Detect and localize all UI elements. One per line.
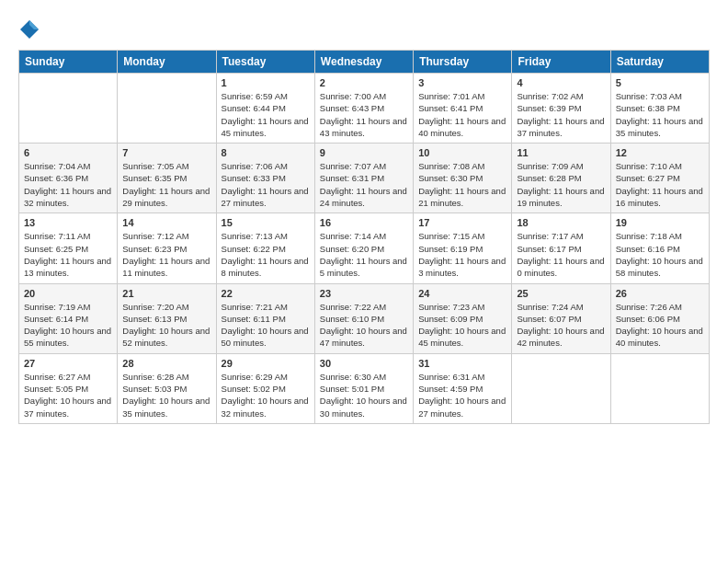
- day-detail: Sunrise: 7:18 AM Sunset: 6:16 PM Dayligh…: [616, 230, 704, 279]
- day-number: 16: [320, 217, 408, 228]
- day-detail: Sunrise: 7:01 AM Sunset: 6:41 PM Dayligh…: [418, 90, 506, 139]
- day-number: 31: [418, 358, 506, 369]
- day-detail: Sunrise: 7:09 AM Sunset: 6:28 PM Dayligh…: [517, 160, 605, 209]
- day-detail: Sunrise: 7:15 AM Sunset: 6:19 PM Dayligh…: [418, 230, 506, 279]
- day-detail: Sunrise: 7:02 AM Sunset: 6:39 PM Dayligh…: [517, 90, 605, 139]
- day-detail: Sunrise: 7:00 AM Sunset: 6:43 PM Dayligh…: [320, 90, 408, 139]
- calendar-cell: 8Sunrise: 7:06 AM Sunset: 6:33 PM Daylig…: [216, 144, 314, 213]
- day-number: 19: [616, 217, 704, 228]
- calendar-cell: 20Sunrise: 7:19 AM Sunset: 6:14 PM Dayli…: [19, 283, 118, 353]
- calendar-header-monday: Monday: [118, 51, 216, 74]
- logo-icon: [18, 18, 40, 40]
- header: [18, 18, 710, 40]
- calendar-cell: 25Sunrise: 7:24 AM Sunset: 6:07 PM Dayli…: [512, 283, 610, 353]
- calendar-cell: [19, 74, 118, 144]
- calendar-cell: 18Sunrise: 7:17 AM Sunset: 6:17 PM Dayli…: [512, 213, 610, 283]
- day-detail: Sunrise: 7:24 AM Sunset: 6:07 PM Dayligh…: [517, 301, 605, 350]
- logo: [18, 18, 44, 40]
- calendar-cell: 24Sunrise: 7:23 AM Sunset: 6:09 PM Dayli…: [414, 283, 512, 353]
- calendar-cell: 30Sunrise: 6:30 AM Sunset: 5:01 PM Dayli…: [314, 353, 413, 423]
- day-detail: Sunrise: 6:30 AM Sunset: 5:01 PM Dayligh…: [320, 371, 408, 419]
- calendar-cell: [610, 353, 709, 423]
- calendar-cell: 22Sunrise: 7:21 AM Sunset: 6:11 PM Dayli…: [216, 283, 314, 353]
- calendar: SundayMondayTuesdayWednesdayThursdayFrid…: [18, 50, 710, 424]
- day-number: 20: [24, 288, 112, 299]
- calendar-cell: 31Sunrise: 6:31 AM Sunset: 4:59 PM Dayli…: [414, 353, 512, 423]
- day-number: 2: [320, 77, 408, 88]
- calendar-cell: 16Sunrise: 7:14 AM Sunset: 6:20 PM Dayli…: [314, 213, 413, 283]
- day-detail: Sunrise: 7:19 AM Sunset: 6:14 PM Dayligh…: [24, 301, 112, 350]
- day-detail: Sunrise: 7:03 AM Sunset: 6:38 PM Dayligh…: [616, 90, 704, 139]
- day-number: 23: [320, 288, 408, 299]
- day-detail: Sunrise: 7:17 AM Sunset: 6:17 PM Dayligh…: [517, 230, 605, 279]
- calendar-week-3: 13Sunrise: 7:11 AM Sunset: 6:25 PM Dayli…: [19, 213, 710, 283]
- day-number: 5: [616, 77, 704, 88]
- calendar-header-row: SundayMondayTuesdayWednesdayThursdayFrid…: [19, 51, 710, 74]
- calendar-cell: 23Sunrise: 7:22 AM Sunset: 6:10 PM Dayli…: [314, 283, 413, 353]
- calendar-week-4: 20Sunrise: 7:19 AM Sunset: 6:14 PM Dayli…: [19, 283, 710, 353]
- day-number: 6: [24, 147, 112, 158]
- calendar-cell: 21Sunrise: 7:20 AM Sunset: 6:13 PM Dayli…: [118, 283, 216, 353]
- day-detail: Sunrise: 7:10 AM Sunset: 6:27 PM Dayligh…: [616, 160, 704, 209]
- day-number: 12: [616, 147, 704, 158]
- calendar-week-2: 6Sunrise: 7:04 AM Sunset: 6:36 PM Daylig…: [19, 144, 710, 213]
- calendar-cell: 9Sunrise: 7:07 AM Sunset: 6:31 PM Daylig…: [314, 144, 413, 213]
- calendar-cell: 13Sunrise: 7:11 AM Sunset: 6:25 PM Dayli…: [19, 213, 118, 283]
- day-number: 8: [222, 147, 310, 158]
- day-detail: Sunrise: 7:06 AM Sunset: 6:33 PM Dayligh…: [222, 160, 310, 209]
- day-number: 26: [616, 288, 704, 299]
- day-number: 28: [122, 358, 210, 369]
- calendar-cell: 29Sunrise: 6:29 AM Sunset: 5:02 PM Dayli…: [216, 353, 314, 423]
- calendar-header-sunday: Sunday: [19, 51, 118, 74]
- calendar-cell: 7Sunrise: 7:05 AM Sunset: 6:35 PM Daylig…: [118, 144, 216, 213]
- calendar-header-wednesday: Wednesday: [314, 51, 413, 74]
- day-detail: Sunrise: 7:04 AM Sunset: 6:36 PM Dayligh…: [24, 160, 112, 209]
- calendar-header-saturday: Saturday: [610, 51, 709, 74]
- day-number: 15: [222, 217, 310, 228]
- calendar-cell: 1Sunrise: 6:59 AM Sunset: 6:44 PM Daylig…: [216, 74, 314, 144]
- day-detail: Sunrise: 7:08 AM Sunset: 6:30 PM Dayligh…: [418, 160, 506, 209]
- calendar-cell: 15Sunrise: 7:13 AM Sunset: 6:22 PM Dayli…: [216, 213, 314, 283]
- day-number: 1: [222, 77, 310, 88]
- calendar-header-friday: Friday: [512, 51, 610, 74]
- day-detail: Sunrise: 6:28 AM Sunset: 5:03 PM Dayligh…: [122, 371, 210, 419]
- day-number: 24: [418, 288, 506, 299]
- calendar-cell: 17Sunrise: 7:15 AM Sunset: 6:19 PM Dayli…: [414, 213, 512, 283]
- day-number: 17: [418, 217, 506, 228]
- calendar-cell: 11Sunrise: 7:09 AM Sunset: 6:28 PM Dayli…: [512, 144, 610, 213]
- calendar-cell: 4Sunrise: 7:02 AM Sunset: 6:39 PM Daylig…: [512, 74, 610, 144]
- day-number: 30: [320, 358, 408, 369]
- day-detail: Sunrise: 6:29 AM Sunset: 5:02 PM Dayligh…: [222, 371, 310, 419]
- calendar-week-5: 27Sunrise: 6:27 AM Sunset: 5:05 PM Dayli…: [19, 353, 710, 423]
- day-detail: Sunrise: 7:12 AM Sunset: 6:23 PM Dayligh…: [122, 230, 210, 279]
- day-number: 14: [122, 217, 210, 228]
- day-number: 7: [122, 147, 210, 158]
- day-number: 21: [122, 288, 210, 299]
- day-number: 10: [418, 147, 506, 158]
- day-number: 11: [517, 147, 605, 158]
- calendar-cell: 19Sunrise: 7:18 AM Sunset: 6:16 PM Dayli…: [610, 213, 709, 283]
- calendar-cell: 3Sunrise: 7:01 AM Sunset: 6:41 PM Daylig…: [414, 74, 512, 144]
- calendar-cell: [118, 74, 216, 144]
- day-detail: Sunrise: 7:21 AM Sunset: 6:11 PM Dayligh…: [222, 301, 310, 350]
- day-detail: Sunrise: 6:27 AM Sunset: 5:05 PM Dayligh…: [24, 371, 112, 419]
- calendar-cell: 14Sunrise: 7:12 AM Sunset: 6:23 PM Dayli…: [118, 213, 216, 283]
- day-number: 25: [517, 288, 605, 299]
- calendar-cell: 2Sunrise: 7:00 AM Sunset: 6:43 PM Daylig…: [314, 74, 413, 144]
- day-detail: Sunrise: 7:26 AM Sunset: 6:06 PM Dayligh…: [616, 301, 704, 350]
- day-detail: Sunrise: 7:23 AM Sunset: 6:09 PM Dayligh…: [418, 301, 506, 350]
- day-number: 9: [320, 147, 408, 158]
- day-detail: Sunrise: 7:20 AM Sunset: 6:13 PM Dayligh…: [122, 301, 210, 350]
- day-number: 27: [24, 358, 112, 369]
- day-detail: Sunrise: 7:14 AM Sunset: 6:20 PM Dayligh…: [320, 230, 408, 279]
- day-number: 3: [418, 77, 506, 88]
- calendar-cell: 26Sunrise: 7:26 AM Sunset: 6:06 PM Dayli…: [610, 283, 709, 353]
- day-number: 22: [222, 288, 310, 299]
- calendar-cell: [512, 353, 610, 423]
- day-detail: Sunrise: 6:31 AM Sunset: 4:59 PM Dayligh…: [418, 371, 506, 419]
- calendar-cell: 27Sunrise: 6:27 AM Sunset: 5:05 PM Dayli…: [19, 353, 118, 423]
- calendar-week-1: 1Sunrise: 6:59 AM Sunset: 6:44 PM Daylig…: [19, 74, 710, 144]
- day-detail: Sunrise: 7:22 AM Sunset: 6:10 PM Dayligh…: [320, 301, 408, 350]
- calendar-cell: 6Sunrise: 7:04 AM Sunset: 6:36 PM Daylig…: [19, 144, 118, 213]
- calendar-header-thursday: Thursday: [414, 51, 512, 74]
